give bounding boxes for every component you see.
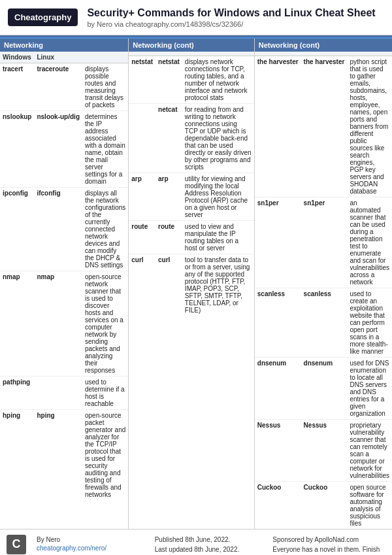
main-content: Networking Windows Linux tracerttracerou… xyxy=(0,37,392,529)
cmd-windows: pathping xyxy=(0,376,34,409)
col2-header: Networking (cont) xyxy=(129,39,254,52)
cmd-windows: netstat xyxy=(129,56,155,103)
cmd-windows: curl xyxy=(129,254,155,316)
cmd-windows: Nessus xyxy=(255,419,301,481)
cmd-linux: nmap xyxy=(34,271,82,376)
cmd-description: used for DNS enumeration to locate all D… xyxy=(347,357,392,419)
table-row: sn1persn1peran automated scanner that ca… xyxy=(255,197,392,288)
cmd-windows xyxy=(129,103,155,173)
footer-published: Published 8th June, 2022. xyxy=(155,535,263,545)
cmd-windows: route xyxy=(129,220,155,254)
cmd-description: displays all the network configurations … xyxy=(82,187,128,271)
page-subtitle: by Nero via cheatography.com/148398/cs/3… xyxy=(87,20,375,28)
cmd-description: displays possible routes and measuring t… xyxy=(82,63,128,110)
networking-col: Networking Windows Linux tracerttracerou… xyxy=(0,39,129,529)
col1-header: Networking xyxy=(0,39,128,52)
footer-author-link[interactable]: cheatography.com/nero/ xyxy=(37,545,106,552)
cmd-windows: arp xyxy=(129,173,155,220)
cmd-description: used to determine if a host is reachable xyxy=(82,376,128,409)
networking-cont-col: Networking (cont) netstatnetstatdisplays… xyxy=(129,39,255,529)
footer-sponsor-text: Sponsored by ApolloNad.com xyxy=(272,535,380,545)
cmd-linux: Cuckoo xyxy=(301,481,348,529)
table-row: nslookupnslook-up/digdetermines the IP a… xyxy=(0,110,128,187)
cmd-windows: dnsenum xyxy=(255,357,301,419)
table-row: CuckooCuckooopen source software for aut… xyxy=(255,481,392,529)
table-row: routerouteused to view and manipulate th… xyxy=(129,220,254,254)
cmd-windows: ipconfig xyxy=(0,187,34,271)
cmd-description: determines the IP address associated wit… xyxy=(82,110,128,187)
cmd-description: open-source network scanner that is used… xyxy=(82,271,128,376)
footer-updated: Last updated 8th June, 2022. xyxy=(155,545,263,554)
networking-table: Windows Linux tracerttraceroutedisplays … xyxy=(0,52,128,500)
col-windows-header: Windows xyxy=(0,52,34,63)
table-row: scanlessscanlessused to create an exploi… xyxy=(255,288,392,357)
cmd-windows: nmap xyxy=(0,271,34,376)
cmd-description: for reading from and writing to network … xyxy=(182,103,254,173)
table-row: ipconfigifconfigdisplays all the network… xyxy=(0,187,128,271)
table-row: nmapnmapopen-source network scanner that… xyxy=(0,271,128,376)
cmd-description: open-source packet generator and analyze… xyxy=(82,409,128,500)
table-row: dnsenumdnsenumused for DNS enumeration t… xyxy=(255,357,392,419)
table-row: the harvesterthe harvesterpython script … xyxy=(255,56,392,197)
cmd-linux: scanless xyxy=(301,288,348,357)
page-title: Security+ Commands for Windows and Linux… xyxy=(87,7,375,20)
cmd-linux: ifconfig xyxy=(34,187,82,271)
cmd-linux: arp xyxy=(155,173,182,220)
table-row: NessusNessusproprietary vulnerability sc… xyxy=(255,419,392,481)
col3-header: Networking (cont) xyxy=(255,39,392,52)
cmd-linux: the harvester xyxy=(301,56,348,197)
networking-cont2-col: Networking (cont) the harvesterthe harve… xyxy=(255,39,392,529)
cmd-description: an automated scanner that can be used du… xyxy=(347,197,392,288)
footer-publish-section: Published 8th June, 2022. Last updated 8… xyxy=(150,535,268,555)
cmd-linux: Nessus xyxy=(301,419,348,481)
cmd-linux xyxy=(34,376,82,409)
footer-sponsor-section: Sponsored by ApolloNad.com Everyone has … xyxy=(267,535,385,555)
cmd-description: tool to transfer data to or from a serve… xyxy=(182,254,254,316)
cmd-windows: the harvester xyxy=(255,56,301,197)
cmd-description: displays network connections for TCP, ro… xyxy=(182,56,254,103)
table-row: tracerttraceroutedisplays possible route… xyxy=(0,63,128,110)
cmd-windows: sn1per xyxy=(255,197,301,288)
cmd-windows: scanless xyxy=(255,288,301,357)
cmd-windows: Cuckoo xyxy=(255,481,301,529)
table-row: netcatfor reading from and writing to ne… xyxy=(129,103,254,173)
cmd-linux: hping xyxy=(34,409,82,500)
cmd-linux: traceroute xyxy=(34,63,82,110)
cmd-windows: hping xyxy=(0,409,34,500)
footer-sponsor-body: Everyone has a novel in them. Finish You… xyxy=(272,545,380,555)
cmd-description: utility for viewing and modifying the lo… xyxy=(182,173,254,220)
footer-logo: C xyxy=(7,535,26,554)
footer-author-section: By Nero cheatography.com/nero/ xyxy=(31,535,150,552)
cmd-linux: netstat xyxy=(155,56,182,103)
table-row: netstatnetstatdisplays network connectio… xyxy=(129,56,254,103)
page-header: Cheatography Security+ Commands for Wind… xyxy=(0,0,392,35)
table-row: curlcurltool to transfer data to or from… xyxy=(129,254,254,316)
page-footer: C By Nero cheatography.com/nero/ Publish… xyxy=(0,529,392,555)
cmd-linux: dnsenum xyxy=(301,357,348,419)
networking-cont2-table: the harvesterthe harvesterpython script … xyxy=(255,52,392,529)
cmd-description: used to create an exploitation website t… xyxy=(347,288,392,357)
cmd-windows: nslookup xyxy=(0,110,34,187)
cmd-linux: route xyxy=(155,220,182,254)
cmd-windows: tracert xyxy=(0,63,34,110)
cmd-description: python script that is used to gather ema… xyxy=(347,56,392,197)
cmd-linux: sn1per xyxy=(301,197,348,288)
col-desc-header xyxy=(82,52,128,63)
cmd-description: proprietary vulnerability scanner that c… xyxy=(347,419,392,481)
table-row: arparputility for viewing and modifying … xyxy=(129,173,254,220)
table-row: hpinghpingopen-source packet generator a… xyxy=(0,409,128,500)
footer-author-label: By Nero xyxy=(37,535,144,545)
header-text: Security+ Commands for Windows and Linux… xyxy=(87,7,375,28)
col-linux-header: Linux xyxy=(34,52,82,63)
cmd-linux: curl xyxy=(155,254,182,316)
cmd-description: open source software for automating anal… xyxy=(347,481,392,529)
cmd-linux: nslook-up/dig xyxy=(34,110,82,187)
table-row: pathpingused to determine if a host is r… xyxy=(0,376,128,409)
cmd-linux: netcat xyxy=(155,103,182,173)
cheatography-logo: Cheatography xyxy=(8,8,78,26)
networking-cont-table: netstatnetstatdisplays network connectio… xyxy=(129,52,254,316)
cmd-description: used to view and manipulate the IP routi… xyxy=(182,220,254,254)
